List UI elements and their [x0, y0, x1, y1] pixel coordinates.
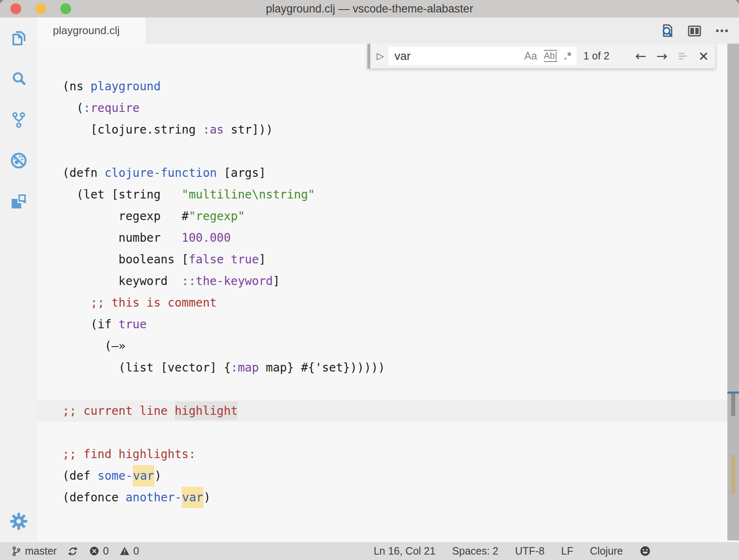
code-line[interactable]: (:require [37, 97, 739, 119]
code-line[interactable]: (if true [37, 314, 739, 335]
file-search-icon [659, 23, 675, 39]
eol-indicator[interactable]: LF [561, 545, 573, 557]
code-token: [args] [217, 166, 266, 180]
code-token: "regexp" [188, 209, 245, 223]
sidebar-item-search[interactable] [10, 70, 28, 88]
regex-toggle[interactable]: .* [564, 50, 572, 62]
split-editor-icon [687, 23, 702, 39]
titlebar: playground.clj — vscode-theme-alabaster [0, 0, 739, 17]
whole-word-toggle[interactable]: Ab| [544, 50, 558, 62]
debug-disabled-icon [10, 151, 28, 170]
toggle-replace-button[interactable]: ▷ [374, 51, 386, 62]
code-token: ] [259, 253, 266, 266]
code-line[interactable] [37, 379, 739, 400]
sidebar-item-explorer[interactable] [10, 29, 28, 47]
code-line[interactable]: (let [string "multiline\nstring" [37, 184, 739, 206]
code-line[interactable]: regexp #"regexp" [37, 206, 739, 227]
code-token: ;; current line [62, 404, 175, 418]
extensions-icon [10, 192, 28, 211]
more-actions-button[interactable] [714, 23, 730, 39]
code-line[interactable]: ;; this is comment [37, 292, 739, 314]
sync-icon [67, 546, 78, 557]
find-in-selection-button[interactable] [677, 51, 689, 62]
editor[interactable]: (ns playground (:require [clojure.string… [37, 44, 739, 542]
code-token: (—» [62, 339, 126, 353]
sidebar-item-extensions[interactable] [10, 192, 28, 211]
language-indicator[interactable]: Clojure [590, 545, 623, 557]
feedback-button[interactable] [640, 545, 651, 557]
code-token: :map [231, 361, 259, 374]
code-line[interactable]: [clojure.string :as str])) [37, 119, 739, 141]
code-token: number [62, 231, 182, 245]
vscode-window: playground.clj — vscode-theme-alabaster [0, 0, 739, 560]
close-find-button[interactable] [699, 51, 709, 61]
open-preview-button[interactable] [659, 23, 675, 39]
code-line[interactable]: (—» [37, 335, 739, 357]
code-line[interactable]: booleans [false true] [37, 249, 739, 270]
warnings-indicator[interactable]: 0 [119, 545, 139, 557]
code-token: (defn [62, 166, 104, 180]
encoding-indicator[interactable]: UTF-8 [515, 545, 545, 557]
cursor-position[interactable]: Ln 16, Col 21 [374, 545, 436, 557]
gear-icon [10, 512, 28, 530]
find-widget: ▷ Aa Ab| .* 1 of 2 ← → [367, 44, 716, 69]
code-line[interactable]: ;; current line highlight [37, 400, 739, 422]
code-token: ) [203, 491, 211, 504]
smiley-icon [640, 545, 651, 557]
sidebar-item-source-control[interactable] [10, 111, 28, 129]
settings-button[interactable] [10, 512, 28, 530]
code-line[interactable]: (def some-var) [37, 465, 739, 487]
code-line[interactable] [37, 141, 739, 162]
code-line[interactable]: (ns playground [37, 76, 739, 97]
error-icon [89, 546, 99, 556]
find-nav: ← → [635, 50, 709, 63]
code-token: ;; this is comment [90, 296, 216, 310]
search-icon [10, 70, 28, 88]
code-token: :as [203, 123, 224, 136]
code-line[interactable]: ;; find highlights: [37, 444, 739, 465]
find-input[interactable] [389, 50, 519, 63]
files-icon [10, 29, 28, 47]
scrollbar[interactable] [727, 44, 739, 540]
sync-button[interactable] [67, 546, 78, 557]
code-token: map} #{'set}))))) [259, 361, 385, 374]
code-token: 100.000 [182, 231, 231, 245]
code-line[interactable]: (defonce another-var) [37, 487, 739, 508]
code-line[interactable]: number 100.000 [37, 227, 739, 249]
code-token: another- [126, 491, 182, 504]
code-token: ;; find highlights: [62, 447, 196, 461]
code-token: playground [90, 79, 161, 93]
code-token: ) [154, 469, 161, 483]
branch-indicator[interactable]: master [11, 545, 57, 557]
code-token: booleans [ [62, 253, 188, 266]
split-editor-button[interactable] [687, 23, 702, 39]
match-case-toggle[interactable]: Aa [524, 50, 537, 62]
git-branch-icon [10, 111, 28, 129]
code-line[interactable] [37, 422, 739, 444]
code-line[interactable]: (list [vector] {:map map} #{'set}))))) [37, 357, 739, 379]
code-token: keyword [62, 274, 182, 288]
indentation-indicator[interactable]: Spaces: 2 [452, 545, 498, 557]
previous-match-button[interactable]: ← [635, 50, 646, 63]
code-token: (let [string [62, 188, 182, 201]
find-input-box: Aa Ab| .* [389, 47, 577, 65]
close-icon [699, 51, 709, 61]
code-token: false [188, 253, 223, 266]
tab-playground-clj[interactable]: playground.clj [37, 17, 146, 44]
code-line[interactable]: (defn clojure-function [args] [37, 162, 739, 184]
sidebar-item-debug[interactable] [10, 151, 28, 170]
status-bar: master 0 [0, 542, 739, 560]
code-token: str])) [224, 123, 273, 136]
match-count: 1 of 2 [583, 50, 610, 62]
next-match-button[interactable]: → [656, 50, 667, 63]
errors-count: 0 [103, 545, 109, 557]
editor-actions [659, 17, 739, 44]
errors-indicator[interactable]: 0 [89, 545, 109, 557]
code-token: [clojure.string [62, 123, 203, 136]
code-token: (defonce [62, 491, 126, 504]
code-token: var [182, 487, 204, 508]
warning-icon [119, 546, 130, 556]
overview-selection-marker [731, 394, 735, 416]
code-line[interactable]: keyword ::the-keyword] [37, 270, 739, 292]
code-token: ] [273, 274, 280, 288]
